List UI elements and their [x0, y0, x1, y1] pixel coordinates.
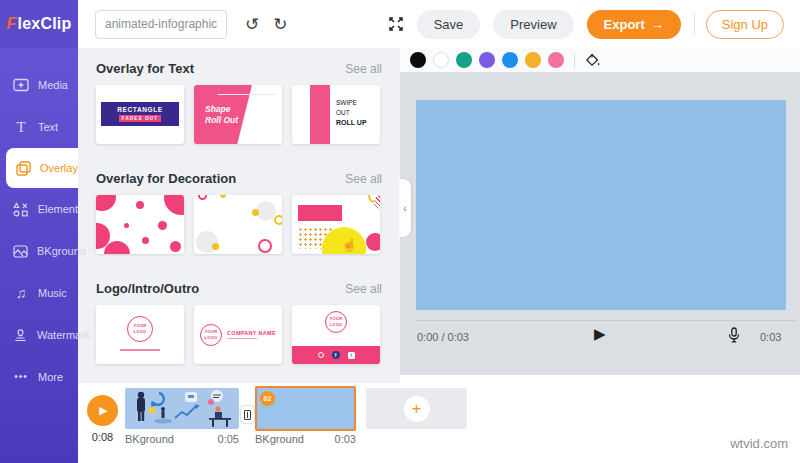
- color-swatch-black[interactable]: [410, 52, 426, 68]
- section-overlay-for-text: Overlay for Text See all RECTANGLE FADES…: [96, 61, 382, 144]
- section-logo-intro-outro: Logo/Intro/Outro See all YOURLOGO YOURLO…: [96, 281, 382, 364]
- fullscreen-icon[interactable]: [388, 16, 404, 32]
- social-ring-icon: [318, 352, 324, 358]
- paint-bucket-icon[interactable]: [585, 53, 601, 67]
- project-name-input[interactable]: [95, 10, 227, 39]
- pink-bar: [310, 85, 330, 144]
- sidebar-item-overlay[interactable]: Overlay: [6, 148, 78, 188]
- sidebar-item-label: Music: [38, 287, 67, 299]
- timeline-clip-2-selected[interactable]: 02: [255, 386, 356, 431]
- section-title: Overlay for Decoration: [96, 171, 236, 186]
- color-swatch-pink[interactable]: [548, 52, 564, 68]
- logo-template-company-name[interactable]: YOURLOGO COMPANY NAME: [194, 305, 282, 364]
- clip-duration: 0:05: [218, 433, 239, 445]
- see-all-link[interactable]: See all: [345, 282, 382, 296]
- media-icon: [13, 78, 29, 92]
- preview-panel: 0:00 / 0:03 ▶ 0:03: [400, 48, 800, 375]
- timeline-clip-1[interactable]: [125, 388, 239, 429]
- timeline-total-duration: 0:08: [87, 431, 118, 443]
- decoration-template-bubbles[interactable]: [96, 195, 184, 254]
- sidebar-item-element[interactable]: Element: [0, 188, 78, 230]
- decoration-template-corners[interactable]: [194, 195, 282, 254]
- topbar-divider: [694, 13, 695, 35]
- watermark-icon: [13, 328, 28, 342]
- clip-name: BKground: [255, 433, 304, 445]
- color-swatch-yellow[interactable]: [525, 52, 541, 68]
- overlay-icon: [15, 161, 31, 176]
- sidebar-item-label: Text: [38, 121, 58, 133]
- color-swatch-white[interactable]: [433, 52, 449, 68]
- signup-button[interactable]: Sign Up: [706, 10, 784, 39]
- logo-rest: lexClip: [18, 15, 72, 33]
- add-clip-area[interactable]: +: [366, 388, 467, 429]
- overlay-template-shape-roll-out[interactable]: ShapeRoll Out: [194, 85, 282, 144]
- top-bar: FlexClip ↺ ↻ Save Preview Export→ Sign U…: [0, 0, 800, 48]
- time-display: 0:00 / 0:03: [417, 331, 469, 343]
- play-icon: ▶: [99, 404, 107, 417]
- see-all-link[interactable]: See all: [345, 62, 382, 76]
- section-title: Logo/Intro/Outro: [96, 281, 199, 296]
- transition-icon: [244, 410, 251, 420]
- overlay-panel: Overlay for Text See all RECTANGLE FADES…: [78, 48, 400, 383]
- chevron-left-icon: ‹: [403, 203, 406, 214]
- timeline-play-button[interactable]: ▶: [87, 395, 118, 426]
- section-title: Overlay for Text: [96, 61, 194, 76]
- hand-cursor-icon: ☝: [341, 237, 357, 252]
- color-toolbar: [400, 48, 800, 72]
- export-button[interactable]: Export→: [587, 10, 681, 39]
- sidebar-item-label: Media: [38, 79, 68, 91]
- overlay-template-swipe-out[interactable]: SWIPE OUT ROLL UP: [292, 85, 380, 144]
- watermark-text: wtvid.com: [648, 436, 788, 451]
- clip-number-badge: 02: [260, 391, 275, 406]
- flexclip-editor: FlexClip ↺ ↻ Save Preview Export→ Sign U…: [0, 0, 800, 463]
- see-all-link[interactable]: See all: [345, 172, 382, 186]
- clip-duration: 0:03: [335, 433, 356, 445]
- sidebar-item-text[interactable]: T Text: [0, 106, 78, 148]
- video-canvas[interactable]: [416, 100, 786, 310]
- sidebar-item-music[interactable]: ♫ Music: [0, 272, 78, 314]
- color-swatch-purple[interactable]: [479, 52, 495, 68]
- transition-button[interactable]: [241, 406, 254, 423]
- clip-name: BKground: [125, 433, 174, 445]
- preview-button[interactable]: Preview: [493, 10, 573, 39]
- plus-icon: +: [404, 396, 430, 422]
- undo-icon[interactable]: ↺: [245, 16, 259, 33]
- overlay-template-rectangle[interactable]: RECTANGLE FADES OUT: [96, 85, 184, 144]
- music-icon: ♫: [13, 286, 29, 300]
- swatch-divider: [574, 53, 575, 68]
- save-button[interactable]: Save: [417, 10, 481, 39]
- play-icon[interactable]: ▶: [594, 325, 606, 343]
- sidebar-item-label: More: [38, 371, 63, 383]
- background-icon: [13, 245, 28, 258]
- section-overlay-for-decoration: Overlay for Decoration See all: [96, 171, 382, 254]
- redo-icon[interactable]: ↻: [273, 16, 287, 33]
- decoration-template-memphis[interactable]: ☝: [292, 195, 380, 254]
- twitter-icon: t: [348, 352, 355, 359]
- sidebar-item-more[interactable]: ••• More: [0, 356, 78, 398]
- logo-accent-letter: F: [7, 15, 17, 33]
- clip-illustration: [125, 388, 239, 429]
- arrow-right-icon: →: [651, 17, 664, 32]
- sidebar-item-watermark[interactable]: Watermark: [0, 314, 78, 356]
- logo-template-social[interactable]: YOURLOGO f t: [292, 305, 380, 364]
- timeline: ▶ 0:08: [78, 375, 800, 463]
- facebook-icon: f: [332, 351, 340, 359]
- sidebar-item-bkground[interactable]: BKground: [0, 230, 78, 272]
- panel-collapse-handle[interactable]: ‹: [399, 179, 411, 237]
- flexclip-logo[interactable]: FlexClip: [0, 0, 78, 48]
- sidebar-item-label: Element: [38, 203, 78, 215]
- text-icon: T: [13, 120, 29, 135]
- sidebar-item-label: Watermark: [37, 329, 90, 341]
- sidebar-item-media[interactable]: Media: [0, 64, 78, 106]
- microphone-icon[interactable]: [728, 327, 740, 348]
- logo-template-website[interactable]: YOURLOGO: [96, 305, 184, 364]
- seek-bar[interactable]: [415, 320, 797, 321]
- sidebar: Media T Text Overlay Element BKground ♫: [0, 48, 78, 463]
- sidebar-item-label: Overlay: [40, 162, 78, 174]
- color-swatch-blue[interactable]: [502, 52, 518, 68]
- color-swatch-teal[interactable]: [456, 52, 472, 68]
- sidebar-item-label: BKground: [37, 245, 86, 257]
- template-banner: RECTANGLE FADES OUT: [101, 102, 179, 126]
- element-icon: [13, 202, 29, 217]
- duration-display: 0:03: [760, 331, 781, 343]
